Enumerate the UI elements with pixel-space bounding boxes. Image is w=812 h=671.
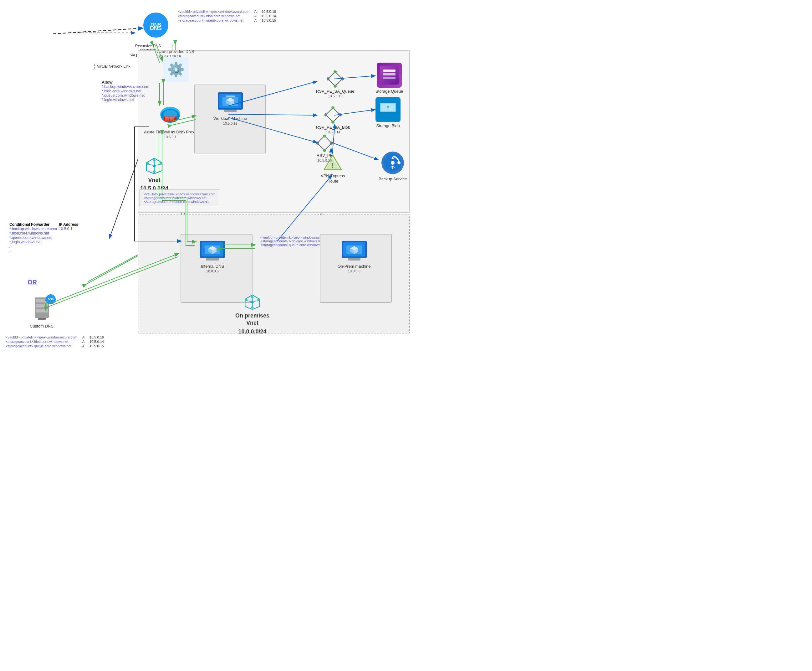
top-dns-records: <vaultId>.privatelink.<geo>.windowsazure… xyxy=(175,9,279,22)
vnet-icon xyxy=(143,157,165,175)
internal-dns-node: Internal DNS 10.0.0.5 xyxy=(199,239,226,273)
backup-service-icon xyxy=(380,150,405,175)
allow-item-3: *.queue.core.windows.net xyxy=(102,93,149,98)
svg-point-96 xyxy=(251,306,253,308)
custom-dns-badge: DNS xyxy=(46,294,56,304)
diagram-container: <vaultId>.privatelink.<geo>.windowsazure… xyxy=(0,0,812,671)
svg-point-73 xyxy=(398,161,401,164)
allow-list: Allow *.backup.windowsazure.com *.blob.c… xyxy=(102,80,149,102)
on-prem-box: Internal DNS 10.0.0.5 <vaultId>.privatel… xyxy=(138,215,410,334)
cf-item-2: *.blob.core.windows.net xyxy=(9,231,59,235)
workload-ip: 10.5.0.12 xyxy=(223,121,238,125)
svg-point-74 xyxy=(391,161,394,165)
svg-line-45 xyxy=(149,164,153,165)
workload-box: Workload Machine 10.5.0.12 xyxy=(194,85,266,153)
rsv-pe-sa-blob-label: RSV_PE_SA_Blob xyxy=(316,125,350,130)
rsv-pe-sa-queue-label: RSV_PE_SA_Queue xyxy=(316,89,354,94)
workload-node: Workload Machine 10.5.0.12 xyxy=(213,90,247,125)
on-prem-machine-ip: 10.0.0.6 xyxy=(348,269,360,273)
svg-rect-82 xyxy=(206,258,219,261)
svg-point-108 xyxy=(45,304,47,306)
svg-text:!: ! xyxy=(331,162,333,169)
svg-rect-32 xyxy=(226,95,235,97)
vpn-node: ! VPN/ExpressRoute xyxy=(321,153,345,184)
svg-point-109 xyxy=(45,309,47,311)
svg-point-54 xyxy=(331,121,335,124)
svg-point-38 xyxy=(153,165,156,167)
or-label: OR xyxy=(27,279,37,286)
dns-label-top: DNS xyxy=(143,16,168,41)
svg-point-61 xyxy=(330,141,333,145)
svg-point-95 xyxy=(251,296,253,298)
internal-dns-box: Internal DNS 10.0.0.5 xyxy=(180,234,253,303)
svg-rect-33 xyxy=(224,110,236,112)
storage-queue-node: Storage Queue xyxy=(375,63,403,94)
azure-settings-node: ⚙️ xyxy=(163,57,189,82)
custom-dns-icon: DNS xyxy=(27,294,56,322)
svg-line-111 xyxy=(53,28,143,34)
bot-dns-record-1: <vaultId>.privatelink.<geo>.windowsazure… xyxy=(3,335,80,339)
svg-point-40 xyxy=(153,170,156,173)
vnet-node: Vnet 10.5.0.0/24 xyxy=(140,157,168,192)
allow-item-2: *.blob.core.windows.net xyxy=(102,89,149,93)
cf-item-1-ip: 10.5.0.1 xyxy=(59,227,78,231)
internal-dns-ip: 10.0.0.5 xyxy=(206,269,219,273)
settings-icon: ⚙️ xyxy=(163,57,189,82)
svg-point-56 xyxy=(338,113,342,116)
svg-line-101 xyxy=(247,301,251,301)
bottom-dns-records: <vaultId>.privatelink.<geo>.windowsazure… xyxy=(3,335,106,348)
cf-item-1: *.backup.windowsazure.com xyxy=(9,227,59,231)
on-prem-vnet-node: On premisesVnet 10.0.0.0/24 xyxy=(235,293,269,336)
pl-domain-2: <storageaccount>.blob.core.windows.net xyxy=(144,196,216,200)
bot-dns-record-2: <storageaccount>.blob.core.windows.net xyxy=(3,339,80,344)
rsv-pe-sa-queue-ip: 10.5.0.15 xyxy=(328,94,342,98)
on-prem-machine-box: On-Prem machine 10.0.0.6 xyxy=(320,234,392,303)
on-prem-machine-label: On-Prem machine xyxy=(338,264,370,269)
on-prem-vnet-cidr: 10.0.0.0/24 xyxy=(238,328,266,336)
allow-title: Allow xyxy=(102,80,149,85)
backup-service-label: Backup Service xyxy=(379,177,407,182)
cf-item-6: ... xyxy=(9,249,59,253)
on-prem-vnet-label: On premisesVnet xyxy=(235,312,269,327)
svg-rect-110 xyxy=(38,318,46,320)
allow-item-4: *.login.windows.net xyxy=(102,98,149,102)
custom-dns-label: Custom DNS xyxy=(30,324,54,329)
internal-dns-label: Internal DNS xyxy=(201,264,224,269)
firewall-ip: 10.5.0.1 xyxy=(164,135,177,139)
storage-queue-icon xyxy=(377,63,402,88)
svg-line-46 xyxy=(156,164,160,165)
vnet-label: Vnet xyxy=(148,177,161,184)
rsv-pe-sa-blob-ip: 10.5.0.14 xyxy=(326,130,340,134)
dns-record-blob-domain: <storageaccount>.blob.core.windows.net xyxy=(175,14,252,18)
private-link-domains-box: <vaultId>.privatelink.<geo>.windowsazure… xyxy=(139,189,220,206)
storage-blob-icon: ≡ xyxy=(375,97,401,122)
pl-domain-3: <storageaccount>.queue.core.windows.net xyxy=(144,200,216,204)
svg-text:≡: ≡ xyxy=(386,105,389,110)
svg-point-98 xyxy=(257,299,260,301)
dns-record-queue-domain: <storageaccount>.queue.core.windows.net xyxy=(175,18,252,22)
workload-label: Workload Machine xyxy=(213,116,247,121)
svg-rect-63 xyxy=(383,70,396,72)
svg-rect-68 xyxy=(380,114,396,117)
storage-blob-label: Storage Blob xyxy=(376,123,399,129)
svg-point-41 xyxy=(146,162,149,165)
backup-service-node: Backup Service xyxy=(379,150,407,182)
pl-domain-1: <vaultId>.privatelink.<geo>.windowsazure… xyxy=(144,192,216,196)
bot-dns-record-3: <storageaccount>.queue.core.windows.net xyxy=(3,344,80,348)
vpn-label: VPN/ExpressRoute xyxy=(321,174,345,184)
svg-point-94 xyxy=(251,301,253,303)
svg-marker-57 xyxy=(317,136,332,150)
svg-rect-64 xyxy=(383,73,396,75)
svg-point-39 xyxy=(153,159,156,162)
svg-marker-47 xyxy=(328,72,342,86)
cf-title: Conditional Forwarder xyxy=(9,222,59,227)
svg-rect-89 xyxy=(348,258,360,261)
svg-rect-65 xyxy=(383,77,396,79)
custom-dns-node: DNS Custom DNS xyxy=(27,294,56,329)
allow-item-1: *.backup.windowsazure.com xyxy=(102,85,149,89)
cf-item-3: *.queue.core.windows.net xyxy=(9,235,59,240)
svg-line-102 xyxy=(253,301,258,301)
workload-icon xyxy=(216,90,245,115)
azure-dns-label: Azure provided DNS xyxy=(157,49,194,54)
svg-point-49 xyxy=(333,85,337,88)
